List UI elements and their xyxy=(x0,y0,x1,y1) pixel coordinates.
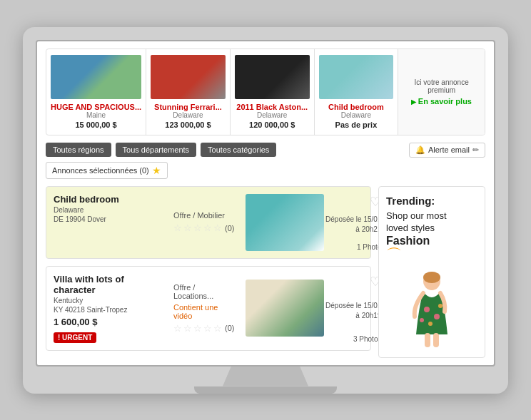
annonces-btn[interactable]: Annonces sélectionnées (0) ★ xyxy=(46,162,168,179)
listing-date-bedroom: Déposée le 15/01 à 20h21 xyxy=(325,215,381,235)
listing-title-villa: Villa with lots of character xyxy=(54,274,168,295)
urgent-badge-villa: ! URGENT xyxy=(54,332,96,343)
svg-point-2 xyxy=(424,307,430,312)
svg-point-4 xyxy=(428,322,433,326)
listing-stars-bedroom: ☆ ☆ ☆ ☆ ☆ (0) xyxy=(173,222,234,233)
listing-thumbnail-villa xyxy=(246,280,324,337)
featured-item-ferrari[interactable]: Stunning Ferrari... Delaware 123 000,00 … xyxy=(146,49,231,135)
time-text-bedroom: à 20h21 xyxy=(325,225,381,235)
annonces-label: Annonces sélectionnées (0) xyxy=(52,166,149,175)
listing-address-bedroom: DE 19904 Dover xyxy=(54,215,168,223)
star-1: ☆ xyxy=(173,222,182,233)
listing-title-bedroom: Child bedroom xyxy=(54,194,168,205)
screen-content: HUGE AND SPACIOUS... Maine 15 000,00 $ S… xyxy=(37,41,494,365)
listing-thumbnail-bedroom xyxy=(246,194,324,251)
listings-col: Child bedroom Delaware DE 19904 Dover Of… xyxy=(46,186,371,358)
sidebar-ad[interactable]: Trending: Shop our most loved styles Fas… xyxy=(378,186,485,358)
star-2: ☆ xyxy=(183,323,192,334)
pencil-icon: ✏ xyxy=(472,145,479,155)
listing-card-villa: Villa with lots of character Kentucky KY… xyxy=(46,266,371,351)
listing-date-villa: Déposée le 15/01 à 20h19 xyxy=(325,301,381,321)
svg-point-5 xyxy=(420,318,424,322)
listing-card-bedroom: Child bedroom Delaware DE 19904 Dover Of… xyxy=(46,186,371,259)
featured-title-bedroom: Child bedroom xyxy=(319,103,394,111)
listing-left-bedroom: Child bedroom Delaware DE 19904 Dover xyxy=(54,194,168,251)
listing-left-villa: Villa with lots of character Kentucky KY… xyxy=(54,274,168,343)
bedroom-img xyxy=(246,194,324,251)
listings-area: Child bedroom Delaware DE 19904 Dover Of… xyxy=(46,186,485,358)
listing-right-bedroom: ♡ Déposée le 15/01 à 20h21 1 Photo xyxy=(324,194,381,251)
date-text-bedroom: Déposée le 15/01 xyxy=(325,215,381,225)
time-text-villa: à 20h19 xyxy=(325,311,381,321)
star-2: ☆ xyxy=(183,222,192,233)
star-fav-icon: ★ xyxy=(152,165,161,176)
star-3: ☆ xyxy=(193,222,202,233)
featured-img-aston xyxy=(235,55,310,99)
monitor: HUGE AND SPACIOUS... Maine 15 000,00 $ S… xyxy=(23,27,508,394)
svg-rect-8 xyxy=(433,333,439,347)
listing-category-villa: Offre / Locations... xyxy=(173,283,234,300)
listing-address-villa: KY 40218 Saint-Tropez xyxy=(54,306,168,314)
fashion-person-svg xyxy=(403,270,460,349)
star-4: ☆ xyxy=(203,323,212,334)
svg-rect-7 xyxy=(425,333,430,347)
trending-sub1: Shop our most xyxy=(386,210,477,221)
premium-link[interactable]: En savoir plus xyxy=(411,97,472,106)
listing-mid-bedroom: Offre / Mobilier ☆ ☆ ☆ ☆ ☆ (0) xyxy=(168,194,240,251)
star-4: ☆ xyxy=(203,222,212,233)
listing-stars-villa: ☆ ☆ ☆ ☆ ☆ (0) xyxy=(173,323,234,334)
trending-title: Trending: xyxy=(386,194,477,208)
featured-premium[interactable]: Ici votre annonce premium En savoir plus xyxy=(398,49,485,135)
featured-item-aston[interactable]: 2011 Black Aston... Delaware 120 000,00 … xyxy=(231,49,315,135)
featured-item-house[interactable]: HUGE AND SPACIOUS... Maine 15 000,00 $ xyxy=(46,49,146,135)
filter-categories-btn[interactable]: Toutes catégories xyxy=(201,143,276,157)
filter-regions-btn[interactable]: Toutes régions xyxy=(46,143,111,157)
listing-img-right-bedroom xyxy=(240,194,324,251)
featured-price-ferrari: 123 000,00 $ xyxy=(151,121,226,129)
filter-bar: Toutes régions Tous départements Toutes … xyxy=(46,143,485,179)
svg-point-3 xyxy=(434,314,440,319)
alert-label: Alerte email xyxy=(428,145,470,154)
screen: HUGE AND SPACIOUS... Maine 15 000,00 $ S… xyxy=(36,40,495,367)
listing-location-bedroom: Delaware xyxy=(54,206,168,214)
featured-location-ferrari: Delaware xyxy=(151,111,226,119)
featured-location-house: Maine xyxy=(51,111,141,119)
star-5: ☆ xyxy=(213,323,222,334)
svg-point-1 xyxy=(423,272,440,283)
featured-row: HUGE AND SPACIOUS... Maine 15 000,00 $ S… xyxy=(46,48,485,135)
fashion-person xyxy=(386,263,477,349)
svg-point-6 xyxy=(438,304,442,308)
featured-img-ferrari xyxy=(151,55,226,99)
star-5: ☆ xyxy=(213,222,222,233)
monitor-stand xyxy=(223,367,308,386)
listing-mid-villa: Offre / Locations... Contient une vidéo … xyxy=(168,274,240,343)
featured-price-house: 15 000,00 $ xyxy=(51,121,141,129)
rating-count-villa: (0) xyxy=(225,324,234,332)
featured-item-bedroom[interactable]: Child bedroom Delaware Pas de prix xyxy=(315,49,399,135)
rating-count-bedroom: (0) xyxy=(225,224,234,232)
featured-location-aston: Delaware xyxy=(235,111,310,119)
listing-location-villa: Kentucky xyxy=(54,297,168,304)
featured-title-aston: 2011 Black Aston... xyxy=(235,103,310,111)
photo-count-villa: 3 Photos xyxy=(353,335,381,343)
listing-price-villa: 1 600,00 $ xyxy=(54,317,168,327)
monitor-base xyxy=(194,386,337,394)
featured-price-aston: 120 000,00 $ xyxy=(235,121,310,129)
featured-title-ferrari: Stunning Ferrari... xyxy=(151,103,226,111)
star-3: ☆ xyxy=(193,323,202,334)
listing-category-bedroom: Offre / Mobilier xyxy=(173,211,234,220)
alert-email-btn[interactable]: 🔔 Alerte email ✏ xyxy=(409,143,485,158)
date-text-villa: Déposée le 15/01 xyxy=(325,301,381,311)
listing-right-villa: ♡ Déposée le 15/01 à 20h19 3 Photos xyxy=(324,274,381,343)
featured-img-house xyxy=(51,55,141,99)
amazon-logo-icon: ⌒ xyxy=(386,247,477,263)
villa-img xyxy=(246,280,324,337)
premium-text: Ici votre annonce premium xyxy=(404,78,479,94)
star-1: ☆ xyxy=(173,323,182,334)
filter-departments-btn[interactable]: Tous départements xyxy=(116,143,197,157)
listing-img-right-villa xyxy=(240,274,324,343)
video-link-villa[interactable]: Contient une vidéo xyxy=(173,303,234,320)
trending-sub2: loved styles xyxy=(386,222,477,233)
featured-title-house: HUGE AND SPACIOUS... xyxy=(51,103,141,111)
trending-line1: Trending: xyxy=(386,195,435,207)
